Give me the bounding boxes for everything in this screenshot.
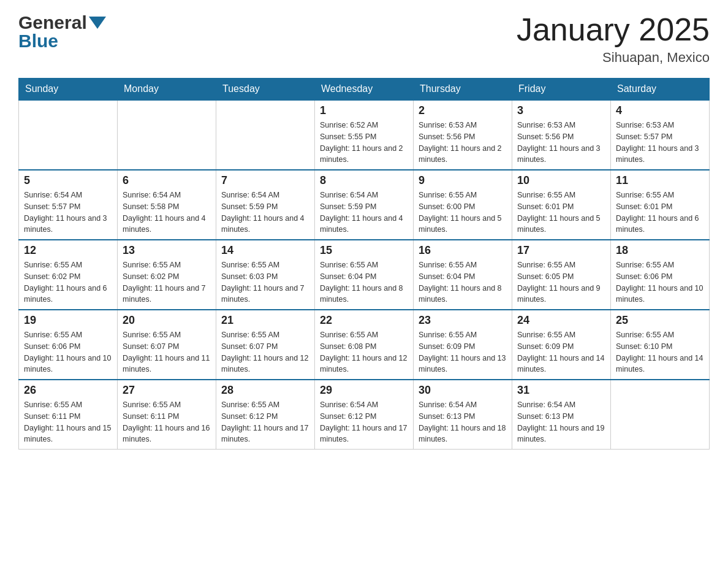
day-info: Sunrise: 6:55 AMSunset: 6:07 PMDaylight:…	[221, 329, 309, 375]
day-number: 10	[517, 174, 605, 187]
day-number: 8	[320, 174, 408, 187]
calendar-cell: 17Sunrise: 6:55 AMSunset: 6:05 PMDayligh…	[512, 240, 611, 310]
calendar-cell	[19, 100, 118, 170]
calendar-cell: 15Sunrise: 6:55 AMSunset: 6:04 PMDayligh…	[315, 240, 414, 310]
calendar-cell	[611, 380, 710, 450]
calendar-cell: 25Sunrise: 6:55 AMSunset: 6:10 PMDayligh…	[611, 310, 710, 380]
page-header: General Blue January 2025 Sihuapan, Mexi…	[18, 12, 710, 66]
calendar-cell: 27Sunrise: 6:55 AMSunset: 6:11 PMDayligh…	[118, 380, 216, 450]
day-info: Sunrise: 6:52 AMSunset: 5:55 PMDaylight:…	[320, 120, 408, 166]
logo-arrow-icon	[89, 17, 106, 29]
day-number: 9	[419, 174, 507, 187]
calendar-cell: 24Sunrise: 6:55 AMSunset: 6:09 PMDayligh…	[512, 310, 611, 380]
day-number: 18	[616, 244, 704, 257]
day-number: 25	[616, 314, 704, 327]
calendar-cell: 9Sunrise: 6:55 AMSunset: 6:00 PMDaylight…	[414, 170, 512, 240]
day-number: 19	[24, 314, 112, 327]
day-number: 28	[221, 384, 309, 397]
weekday-header-thursday: Thursday	[414, 79, 512, 101]
week-row-1: 1Sunrise: 6:52 AMSunset: 5:55 PMDaylight…	[19, 100, 710, 170]
day-info: Sunrise: 6:54 AMSunset: 6:13 PMDaylight:…	[419, 399, 507, 445]
day-number: 2	[419, 104, 507, 117]
calendar-cell: 16Sunrise: 6:55 AMSunset: 6:04 PMDayligh…	[414, 240, 512, 310]
day-info: Sunrise: 6:55 AMSunset: 6:10 PMDaylight:…	[616, 329, 704, 375]
day-info: Sunrise: 6:54 AMSunset: 5:59 PMDaylight:…	[221, 190, 309, 236]
calendar-cell: 8Sunrise: 6:54 AMSunset: 5:59 PMDaylight…	[315, 170, 414, 240]
day-number: 12	[24, 244, 112, 257]
calendar-cell: 19Sunrise: 6:55 AMSunset: 6:06 PMDayligh…	[19, 310, 118, 380]
calendar-cell: 11Sunrise: 6:55 AMSunset: 6:01 PMDayligh…	[611, 170, 710, 240]
calendar-cell: 10Sunrise: 6:55 AMSunset: 6:01 PMDayligh…	[512, 170, 611, 240]
day-number: 31	[517, 384, 605, 397]
day-number: 21	[221, 314, 309, 327]
calendar-cell: 3Sunrise: 6:53 AMSunset: 5:56 PMDaylight…	[512, 100, 611, 170]
day-number: 4	[616, 104, 704, 117]
calendar-cell: 26Sunrise: 6:55 AMSunset: 6:11 PMDayligh…	[19, 380, 118, 450]
day-info: Sunrise: 6:54 AMSunset: 5:58 PMDaylight:…	[123, 190, 211, 236]
day-number: 13	[123, 244, 211, 257]
day-info: Sunrise: 6:55 AMSunset: 6:06 PMDaylight:…	[24, 329, 112, 375]
calendar-cell: 18Sunrise: 6:55 AMSunset: 6:06 PMDayligh…	[611, 240, 710, 310]
day-info: Sunrise: 6:53 AMSunset: 5:56 PMDaylight:…	[419, 120, 507, 166]
day-info: Sunrise: 6:55 AMSunset: 6:07 PMDaylight:…	[123, 329, 211, 375]
day-number: 24	[517, 314, 605, 327]
calendar-cell: 30Sunrise: 6:54 AMSunset: 6:13 PMDayligh…	[414, 380, 512, 450]
day-number: 30	[419, 384, 507, 397]
day-info: Sunrise: 6:55 AMSunset: 6:11 PMDaylight:…	[123, 399, 211, 445]
calendar-cell: 23Sunrise: 6:55 AMSunset: 6:09 PMDayligh…	[414, 310, 512, 380]
day-info: Sunrise: 6:55 AMSunset: 6:06 PMDaylight:…	[616, 259, 704, 305]
day-number: 16	[419, 244, 507, 257]
weekday-header-wednesday: Wednesday	[315, 79, 414, 101]
calendar: SundayMondayTuesdayWednesdayThursdayFrid…	[18, 78, 710, 450]
day-number: 23	[419, 314, 507, 327]
location: Sihuapan, Mexico	[517, 50, 710, 66]
day-info: Sunrise: 6:55 AMSunset: 6:00 PMDaylight:…	[419, 190, 507, 236]
day-info: Sunrise: 6:55 AMSunset: 6:03 PMDaylight:…	[221, 259, 309, 305]
day-info: Sunrise: 6:55 AMSunset: 6:11 PMDaylight:…	[24, 399, 112, 445]
calendar-cell	[118, 100, 216, 170]
day-number: 27	[123, 384, 211, 397]
calendar-cell: 4Sunrise: 6:53 AMSunset: 5:57 PMDaylight…	[611, 100, 710, 170]
calendar-cell: 21Sunrise: 6:55 AMSunset: 6:07 PMDayligh…	[216, 310, 315, 380]
calendar-cell: 22Sunrise: 6:55 AMSunset: 6:08 PMDayligh…	[315, 310, 414, 380]
day-info: Sunrise: 6:55 AMSunset: 6:09 PMDaylight:…	[419, 329, 507, 375]
day-info: Sunrise: 6:55 AMSunset: 6:02 PMDaylight:…	[123, 259, 211, 305]
day-info: Sunrise: 6:55 AMSunset: 6:09 PMDaylight:…	[517, 329, 605, 375]
calendar-cell	[216, 100, 315, 170]
day-info: Sunrise: 6:55 AMSunset: 6:04 PMDaylight:…	[419, 259, 507, 305]
calendar-cell: 6Sunrise: 6:54 AMSunset: 5:58 PMDaylight…	[118, 170, 216, 240]
calendar-cell: 7Sunrise: 6:54 AMSunset: 5:59 PMDaylight…	[216, 170, 315, 240]
day-info: Sunrise: 6:54 AMSunset: 5:59 PMDaylight:…	[320, 190, 408, 236]
weekday-header-sunday: Sunday	[19, 79, 118, 101]
month-title: January 2025	[517, 12, 710, 47]
day-info: Sunrise: 6:54 AMSunset: 5:57 PMDaylight:…	[24, 190, 112, 236]
day-number: 29	[320, 384, 408, 397]
day-info: Sunrise: 6:55 AMSunset: 6:12 PMDaylight:…	[221, 399, 309, 445]
day-number: 1	[320, 104, 408, 117]
weekday-header-saturday: Saturday	[611, 79, 710, 101]
day-info: Sunrise: 6:55 AMSunset: 6:01 PMDaylight:…	[616, 190, 704, 236]
weekday-header-friday: Friday	[512, 79, 611, 101]
title-block: January 2025 Sihuapan, Mexico	[517, 12, 710, 66]
day-info: Sunrise: 6:55 AMSunset: 6:04 PMDaylight:…	[320, 259, 408, 305]
week-row-3: 12Sunrise: 6:55 AMSunset: 6:02 PMDayligh…	[19, 240, 710, 310]
calendar-cell: 2Sunrise: 6:53 AMSunset: 5:56 PMDaylight…	[414, 100, 512, 170]
day-number: 3	[517, 104, 605, 117]
day-info: Sunrise: 6:53 AMSunset: 5:57 PMDaylight:…	[616, 120, 704, 166]
weekday-header-row: SundayMondayTuesdayWednesdayThursdayFrid…	[19, 79, 710, 101]
day-info: Sunrise: 6:54 AMSunset: 6:12 PMDaylight:…	[320, 399, 408, 445]
logo-general-text: General	[18, 12, 87, 33]
day-info: Sunrise: 6:53 AMSunset: 5:56 PMDaylight:…	[517, 120, 605, 166]
calendar-cell: 20Sunrise: 6:55 AMSunset: 6:07 PMDayligh…	[118, 310, 216, 380]
day-number: 15	[320, 244, 408, 257]
logo: General Blue	[18, 12, 108, 52]
day-info: Sunrise: 6:55 AMSunset: 6:08 PMDaylight:…	[320, 329, 408, 375]
day-number: 11	[616, 174, 704, 187]
day-number: 26	[24, 384, 112, 397]
calendar-cell: 5Sunrise: 6:54 AMSunset: 5:57 PMDaylight…	[19, 170, 118, 240]
day-info: Sunrise: 6:55 AMSunset: 6:02 PMDaylight:…	[24, 259, 112, 305]
calendar-cell: 13Sunrise: 6:55 AMSunset: 6:02 PMDayligh…	[118, 240, 216, 310]
day-info: Sunrise: 6:55 AMSunset: 6:01 PMDaylight:…	[517, 190, 605, 236]
weekday-header-tuesday: Tuesday	[216, 79, 315, 101]
calendar-cell: 12Sunrise: 6:55 AMSunset: 6:02 PMDayligh…	[19, 240, 118, 310]
